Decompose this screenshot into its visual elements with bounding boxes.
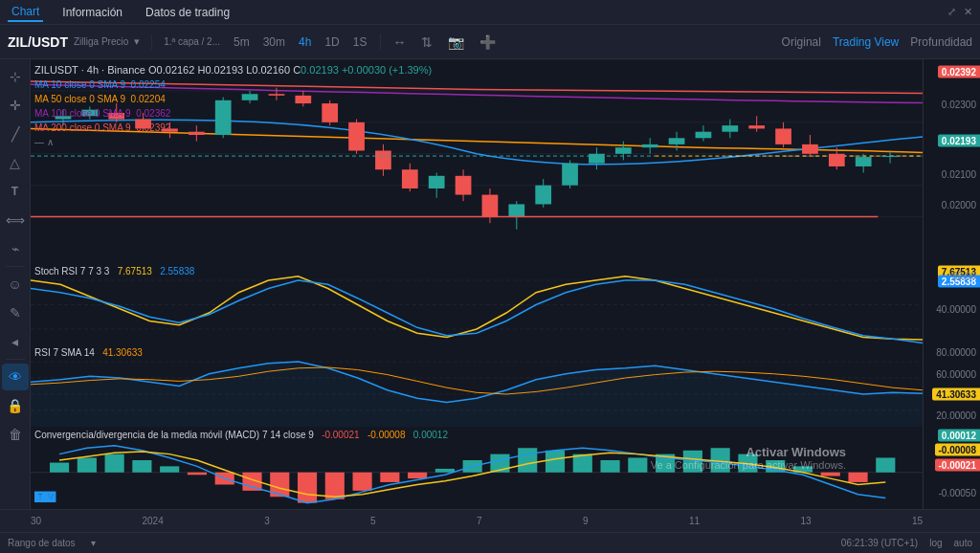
time-axis: 30 2024 3 5 7 9 11 13 15 — [0, 509, 980, 532]
chart-tools[interactable]: ⌁ — [2, 235, 29, 262]
indicators-icon[interactable]: ⇅ — [417, 31, 436, 54]
toolbar: ZIL/USDT Zilliga Precio ▾ 1.ª capa / 2..… — [0, 25, 980, 59]
emoji-tool[interactable]: ☺ — [2, 271, 29, 298]
crosshair-tool[interactable]: ✛ — [2, 92, 29, 119]
tf-1s[interactable]: 1S — [347, 33, 373, 51]
macd-hist-tag: 0.00012 — [938, 430, 980, 442]
range-dropdown[interactable]: ▾ — [91, 538, 96, 548]
close-icon[interactable]: ✕ — [964, 6, 972, 18]
status-bar-right: 06:21:39 (UTC+1) log auto — [841, 538, 972, 548]
pencil-tool[interactable]: ✎ — [2, 299, 29, 326]
price-panel-row: ZILUSDT · 4h · Binance O0.02162 H0.02193… — [31, 59, 980, 264]
macd-signal-tag: -0.00008 — [935, 444, 980, 456]
rsi-canvas-wrap[interactable]: RSI 7 SMA 14 41.30633 — [31, 345, 923, 427]
trading-view-btn[interactable]: Trading View — [833, 35, 899, 49]
rsi-panel-row: RSI 7 SMA 14 41.30633 80.00000 60.00000 … — [31, 345, 980, 427]
expand-icon[interactable]: ⤢ — [947, 6, 956, 18]
layer-info: 1.ª capa / 2... — [164, 36, 220, 47]
status-bar: Rango de datos ▾ 06:21:39 (UTC+1) log au… — [0, 532, 980, 553]
price-canvas[interactable] — [31, 59, 923, 264]
sidebar-divider-2 — [6, 359, 25, 360]
measure-tool[interactable]: ⟺ — [2, 207, 29, 233]
symbol-info: ZIL/USDT Zilliga Precio ▾ — [8, 34, 152, 50]
original-btn[interactable]: Original — [782, 35, 821, 49]
text-tool[interactable]: T — [2, 178, 29, 205]
toolbar-right: Original Trading View Profundidad — [782, 35, 972, 49]
rsi-canvas[interactable] — [31, 345, 923, 427]
menu-trading-data[interactable]: Datos de trading — [142, 4, 234, 21]
tf-30m[interactable]: 30m — [257, 33, 291, 51]
price-tag-current: 0.02193 — [938, 135, 980, 147]
price-level-0020: 0.02000 — [942, 199, 976, 210]
compare-icon[interactable]: ↔ — [389, 31, 410, 54]
exchange-label: Zilliga Precio — [74, 36, 128, 47]
macd-canvas[interactable] — [31, 428, 923, 509]
rsi-level-60: 60.00000 — [936, 369, 976, 380]
eye-tool[interactable]: 👁 — [2, 364, 29, 390]
price-level-0021: 0.02100 — [942, 168, 976, 179]
time-label-2024: 2024 — [143, 516, 164, 526]
left-sidebar: ⊹ ✛ ╱ △ T ⟺ ⌁ ☺ ✎ ◂ 👁 🔒 🗑 — [0, 59, 31, 509]
range-label[interactable]: Rango de datos — [8, 538, 76, 548]
macd-level-low: -0.00050 — [939, 487, 976, 498]
time-label-5: 5 — [370, 516, 376, 526]
price-chart-canvas[interactable]: ZILUSDT · 4h · Binance O0.02162 H0.02193… — [31, 59, 923, 264]
stoch-canvas-wrap[interactable]: Stoch RSI 7 7 3 3 7.67513 2.55838 — [31, 264, 923, 345]
macd-canvas-wrap[interactable]: Convergencia/divergencia de la media móv… — [31, 428, 923, 509]
time-label-11: 11 — [689, 516, 700, 526]
stoch-level-40: 40.00000 — [936, 303, 976, 314]
macd-macd-tag: -0.00021 — [935, 458, 980, 471]
stoch-canvas[interactable] — [31, 264, 923, 345]
price-tag-200ma: 0.02392 — [938, 65, 980, 77]
rsi-yaxis: 80.00000 60.00000 41.30633 20.00000 — [923, 345, 980, 427]
macd-yaxis: 0.00012 -0.00008 -0.00021 -0.00050 — [923, 428, 980, 509]
time-label-15: 15 — [912, 516, 923, 526]
tf-1d[interactable]: 1D — [319, 33, 345, 51]
symbol-name: ZIL/USDT — [8, 34, 68, 50]
magnet-tool[interactable]: ◂ — [2, 328, 29, 355]
add-icon[interactable]: ➕ — [476, 31, 500, 54]
stoch-level-80: 80.00 — [952, 271, 976, 281]
timeframe-selector: 5m 30m 4h 1D 1S — [228, 33, 381, 51]
time-label-7: 7 — [477, 516, 482, 526]
cursor-tool[interactable]: ⊹ — [2, 63, 29, 90]
depth-btn[interactable]: Profundidad — [910, 35, 972, 49]
price-yaxis: 0.02392 0.02300 0.02193 0.02100 0.02000 — [923, 59, 980, 264]
panels-main: ZILUSDT · 4h · Binance O0.02162 H0.02193… — [31, 59, 980, 509]
tv-logo: 🆃🆅 — [34, 492, 56, 503]
stoch-yaxis: 7.67513 2.55838 80.00 40.00000 — [923, 264, 980, 345]
trash-tool[interactable]: 🗑 — [2, 421, 29, 448]
snapshot-icon[interactable]: 📷 — [444, 31, 468, 54]
status-time: 06:21:39 (UTC+1) — [841, 538, 918, 548]
main-content: ⊹ ✛ ╱ △ T ⟺ ⌁ ☺ ✎ ◂ 👁 🔒 🗑 ZILUSDT · 4h ·… — [0, 59, 980, 509]
lock-tool[interactable]: 🔒 — [2, 392, 29, 419]
stoch-panel-row: Stoch RSI 7 7 3 3 7.67513 2.55838 7.6751… — [31, 264, 980, 345]
sidebar-divider-1 — [6, 266, 25, 267]
shapes-tool[interactable]: △ — [2, 149, 29, 176]
time-label-3: 3 — [264, 516, 270, 526]
menu-info[interactable]: Información — [58, 4, 126, 21]
time-label-9: 9 — [583, 516, 589, 526]
log-btn[interactable]: log — [929, 538, 942, 548]
rsi-level-20: 20.00000 — [936, 409, 976, 420]
tf-5m[interactable]: 5m — [228, 33, 256, 51]
tf-4h[interactable]: 4h — [293, 33, 317, 51]
line-tool[interactable]: ╱ — [2, 121, 29, 147]
time-label-30: 30 — [31, 516, 41, 526]
time-axis-inner: 30 2024 3 5 7 9 11 13 15 — [31, 516, 923, 526]
dropdown-icon[interactable]: ▾ — [134, 35, 140, 48]
auto-btn[interactable]: auto — [954, 538, 972, 548]
macd-panel-row: Convergencia/divergencia de la media móv… — [31, 428, 980, 509]
time-label-13: 13 — [800, 516, 811, 526]
price-level-0023: 0.02300 — [942, 100, 976, 110]
rsi-level-80: 80.00000 — [936, 346, 976, 357]
top-menu: Chart Información Datos de trading ⤢ ✕ — [0, 0, 980, 25]
menu-chart[interactable]: Chart — [8, 3, 43, 22]
rsi-current-tag: 41.30633 — [932, 388, 980, 401]
